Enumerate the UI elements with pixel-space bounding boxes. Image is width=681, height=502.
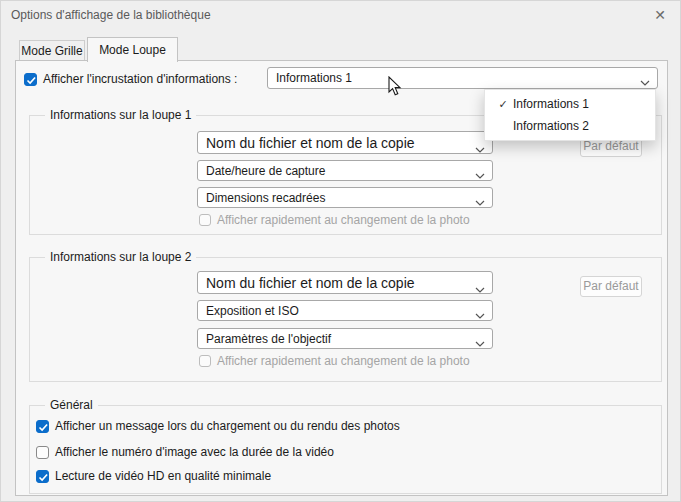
show-info-overlay-row: Afficher l'incrustation d'informations : (24, 72, 237, 86)
menu-item-informations-1[interactable]: ✓ Informations 1 (485, 93, 655, 115)
loupe1-select-3[interactable]: Dimensions recadrées (197, 187, 493, 208)
loupe-info-1-legend: Informations sur la loupe 1 (45, 108, 196, 122)
chevron-down-icon (475, 336, 485, 350)
loupe-info-2-group: Informations sur la loupe 2 Par défaut N… (29, 257, 662, 382)
info-overlay-select-value: Informations 1 (276, 71, 352, 85)
loupe1-quick-change-label: Afficher rapidement au changement de la … (217, 213, 470, 227)
show-info-overlay-label[interactable]: Afficher l'incrustation d'informations : (43, 72, 237, 86)
loupe2-select-3[interactable]: Paramètres de l'objectif (197, 328, 493, 349)
show-message-loading-checkbox[interactable] (36, 420, 49, 433)
mouse-cursor-icon (388, 76, 402, 101)
loupe2-select-1[interactable]: Nom du fichier et nom de la copie (197, 271, 493, 294)
general-legend: Général (45, 398, 98, 412)
library-view-options-dialog: Options d'affichage de la bibliothèque ✕… (0, 0, 681, 502)
check-icon: ✓ (493, 98, 513, 111)
show-frame-number-label[interactable]: Afficher le numéro d'image avec la durée… (55, 445, 334, 459)
loupe1-select-1-value: Nom du fichier et nom de la copie (206, 135, 415, 151)
tab-mode-loupe[interactable]: Mode Loupe (87, 37, 178, 62)
tab-mode-grille[interactable]: Mode Grille (19, 40, 85, 61)
general-checkbox-row: Afficher le numéro d'image avec la durée… (36, 445, 334, 459)
loupe2-quick-change-row: Afficher rapidement au changement de la … (199, 354, 470, 368)
loupe2-quick-change-label: Afficher rapidement au changement de la … (217, 354, 470, 368)
loupe1-select-2[interactable]: Date/heure de capture (197, 160, 493, 181)
info-overlay-dropdown-menu: ✓ Informations 1 Informations 2 (484, 89, 656, 141)
hd-video-quality-checkbox[interactable] (36, 470, 49, 483)
loupe2-select-2[interactable]: Exposition et ISO (197, 300, 493, 321)
loupe1-quick-change-row: Afficher rapidement au changement de la … (199, 213, 470, 227)
loupe2-quick-change-checkbox (199, 355, 211, 367)
general-checkbox-row: Lecture de vidéo HD en qualité minimale (36, 469, 271, 483)
loupe1-quick-change-checkbox (199, 214, 211, 226)
info-overlay-select[interactable]: Informations 1 (267, 67, 658, 89)
chevron-down-icon (640, 75, 650, 89)
loupe2-default-button[interactable]: Par défaut (580, 276, 642, 297)
chevron-down-icon (475, 195, 485, 209)
menu-item-label: Informations 1 (513, 97, 589, 111)
menu-item-label: Informations 2 (513, 119, 589, 133)
loupe2-select-3-value: Paramètres de l'objectif (206, 332, 331, 346)
loupe2-select-2-value: Exposition et ISO (206, 304, 299, 318)
dialog-title: Options d'affichage de la bibliothèque (11, 8, 211, 22)
chevron-down-icon (475, 168, 485, 182)
general-group: Général Afficher un message lors du char… (29, 405, 662, 494)
chevron-down-icon (475, 140, 485, 155)
chevron-down-icon (475, 308, 485, 322)
loupe2-select-1-value: Nom du fichier et nom de la copie (206, 275, 415, 291)
general-checkbox-row: Afficher un message lors du chargement o… (36, 419, 400, 433)
show-info-overlay-checkbox[interactable] (24, 73, 37, 86)
loupe1-select-1[interactable]: Nom du fichier et nom de la copie (197, 131, 493, 154)
menu-item-informations-2[interactable]: Informations 2 (485, 115, 655, 137)
hd-video-quality-label[interactable]: Lecture de vidéo HD en qualité minimale (55, 469, 271, 483)
show-frame-number-checkbox[interactable] (36, 446, 49, 459)
chevron-down-icon (475, 280, 485, 295)
close-icon[interactable]: ✕ (650, 5, 670, 25)
show-message-loading-label[interactable]: Afficher un message lors du chargement o… (55, 419, 400, 433)
loupe1-select-2-value: Date/heure de capture (206, 164, 325, 178)
loupe-info-2-legend: Informations sur la loupe 2 (45, 250, 196, 264)
loupe1-select-3-value: Dimensions recadrées (206, 191, 325, 205)
